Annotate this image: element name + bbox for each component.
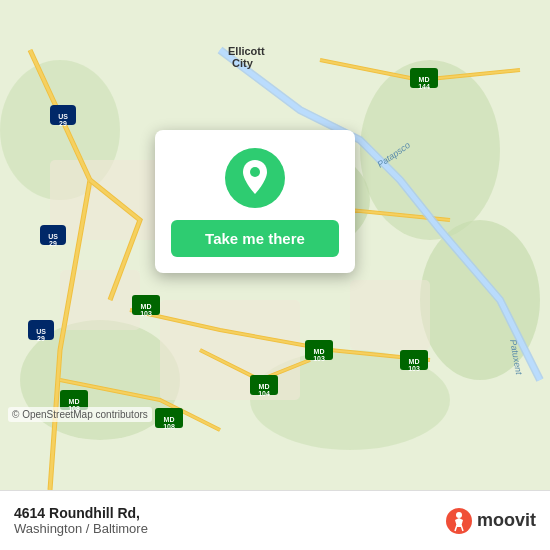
location-icon-circle <box>225 148 285 208</box>
svg-text:103: 103 <box>140 310 152 317</box>
moovit-brand-icon <box>445 507 473 535</box>
address-section: 4614 Roundhill Rd, Washington / Baltimor… <box>14 505 148 536</box>
copyright-text: © OpenStreetMap contributors <box>8 407 152 422</box>
svg-text:103: 103 <box>313 355 325 362</box>
svg-text:103: 103 <box>408 365 420 372</box>
location-pin-icon <box>239 160 271 196</box>
svg-text:MD: MD <box>419 76 430 83</box>
take-me-there-card: Take me there <box>155 130 355 273</box>
address-text: 4614 Roundhill Rd, <box>14 505 148 521</box>
svg-point-47 <box>456 512 462 518</box>
svg-point-45 <box>250 167 260 177</box>
svg-text:City: City <box>232 57 254 69</box>
svg-text:MD: MD <box>314 348 325 355</box>
svg-rect-7 <box>50 160 170 240</box>
svg-text:MD: MD <box>69 398 80 405</box>
take-me-there-button[interactable]: Take me there <box>171 220 339 257</box>
svg-rect-8 <box>160 300 300 400</box>
svg-text:US: US <box>36 328 46 335</box>
svg-text:MD: MD <box>164 416 175 423</box>
svg-text:104: 104 <box>258 390 270 397</box>
map-container: US 29 US 29 US 29 MD 103 MD 103 MD 103 M… <box>0 0 550 490</box>
svg-text:108: 108 <box>163 423 175 430</box>
city-text: Washington / Baltimore <box>14 521 148 536</box>
moovit-brand-text: moovit <box>477 510 536 531</box>
svg-text:US: US <box>48 233 58 240</box>
bottom-bar: 4614 Roundhill Rd, Washington / Baltimor… <box>0 490 550 550</box>
svg-text:MD: MD <box>409 358 420 365</box>
svg-text:29: 29 <box>49 240 57 247</box>
svg-text:US: US <box>58 113 68 120</box>
svg-rect-9 <box>350 280 430 350</box>
svg-text:MD: MD <box>259 383 270 390</box>
moovit-logo: moovit <box>445 507 536 535</box>
svg-text:144: 144 <box>418 83 430 90</box>
svg-point-3 <box>420 220 540 380</box>
svg-text:29: 29 <box>59 120 67 127</box>
svg-text:Ellicott: Ellicott <box>228 45 265 57</box>
svg-text:29: 29 <box>37 335 45 342</box>
svg-text:MD: MD <box>141 303 152 310</box>
